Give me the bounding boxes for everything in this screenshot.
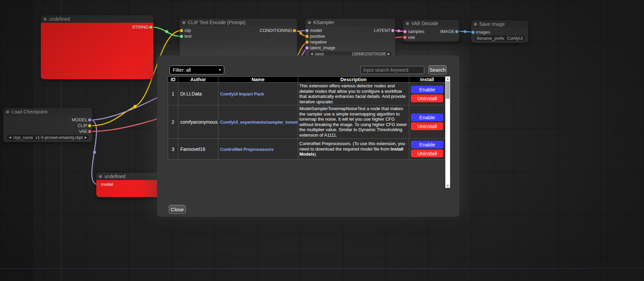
collapse-dot-icon[interactable] bbox=[99, 175, 102, 178]
collapse-dot-icon[interactable] bbox=[6, 110, 9, 113]
collapse-dot-icon[interactable] bbox=[44, 18, 47, 21]
slot-label: images bbox=[476, 30, 490, 35]
node-vae-decode[interactable]: VAE Decode samples IMAGE vae bbox=[403, 20, 459, 41]
node-title-bar[interactable]: Save Image bbox=[471, 20, 528, 28]
slot-label: STRING bbox=[132, 24, 149, 30]
node-title-bar[interactable]: CLIP Text Encode (Prompt) bbox=[180, 19, 297, 26]
link-center-dot[interactable] bbox=[93, 151, 96, 154]
decrement-arrow-icon[interactable]: ◀ bbox=[9, 136, 11, 139]
input-dot[interactable] bbox=[180, 29, 183, 32]
extension-name: ControlNet Preprocessors bbox=[218, 139, 298, 160]
extension-link[interactable]: ControlNet Preprocessors bbox=[220, 147, 274, 152]
header-description: Description bbox=[298, 77, 409, 83]
input-dot[interactable] bbox=[306, 35, 309, 38]
scrollbar-thumb[interactable] bbox=[446, 81, 450, 99]
uninstall-button[interactable]: Uninstall bbox=[411, 122, 443, 130]
node-title-bar[interactable]: KSampler bbox=[305, 19, 395, 26]
input-dot[interactable] bbox=[97, 183, 100, 186]
output-dot[interactable] bbox=[391, 29, 394, 32]
decrement-arrow-icon[interactable]: ◀ bbox=[311, 53, 313, 55]
collapse-dot-icon[interactable] bbox=[308, 21, 311, 24]
slot-label: latent_image bbox=[310, 45, 335, 50]
search-button[interactable]: Search bbox=[428, 65, 447, 74]
uninstall-button[interactable]: Uninstall bbox=[411, 150, 443, 157]
slot-label: LATENT bbox=[374, 28, 391, 33]
table-header-row: ID Author Name Description Install bbox=[168, 77, 445, 83]
extension-name: ComfyUI Impact Pack bbox=[218, 83, 298, 105]
slot-label: VAE bbox=[79, 129, 87, 134]
increment-arrow-icon[interactable]: ▶ bbox=[388, 53, 390, 55]
input-dot[interactable] bbox=[306, 46, 309, 49]
output-dot[interactable] bbox=[293, 29, 296, 32]
extension-table-zone: ID Author Name Description Install 1 Dr.… bbox=[168, 76, 450, 188]
link-center-dot[interactable] bbox=[134, 105, 137, 108]
node-title: VAE Decode bbox=[411, 21, 438, 26]
link-center-dot[interactable] bbox=[397, 30, 400, 32]
collapse-dot-icon[interactable] bbox=[474, 23, 477, 26]
slot-label: MODEL bbox=[72, 117, 87, 122]
output-dot[interactable] bbox=[88, 124, 91, 127]
enable-button[interactable]: Enable bbox=[411, 113, 443, 121]
header-author: Author bbox=[178, 77, 218, 83]
input-dot[interactable] bbox=[306, 40, 309, 43]
description-text: ) bbox=[315, 152, 316, 157]
slot-label: model bbox=[310, 28, 322, 33]
install-cell: Enable Uninstall bbox=[409, 105, 445, 139]
extension-link[interactable]: ComfyUI Impact Pack bbox=[220, 91, 264, 96]
slot-row: vae bbox=[403, 34, 459, 40]
input-dot[interactable] bbox=[403, 36, 407, 39]
output-dot[interactable] bbox=[88, 130, 91, 133]
link-center-dot[interactable] bbox=[165, 30, 168, 33]
slot-row: model LATENT bbox=[305, 28, 395, 33]
input-dot[interactable] bbox=[403, 30, 407, 33]
node-title-bar[interactable]: Load Checkpoint bbox=[3, 108, 92, 116]
collapse-dot-icon[interactable] bbox=[406, 22, 409, 25]
node-clip-text-encode[interactable]: CLIP Text Encode (Prompt) clip CONDITION… bbox=[180, 19, 297, 59]
filter-select[interactable]: Filter: all bbox=[169, 66, 224, 74]
graph-canvas[interactable]: undefined STRING CLIP Text Encode (Promp… bbox=[0, 0, 644, 281]
extension-author: comfyanonymous bbox=[178, 105, 218, 139]
node-title: CLIP Text Encode (Prompt) bbox=[188, 20, 246, 25]
search-input[interactable] bbox=[360, 66, 424, 74]
output-dot[interactable] bbox=[88, 118, 91, 121]
enable-button[interactable]: Enable bbox=[411, 141, 443, 148]
extension-table: ID Author Name Description Install 1 Dr.… bbox=[168, 76, 445, 160]
slot-label: model bbox=[101, 182, 113, 187]
close-button[interactable]: Close bbox=[169, 205, 186, 214]
collapse-dot-icon[interactable] bbox=[182, 21, 185, 24]
slot-row: latent_image bbox=[305, 45, 395, 51]
widget-label: filename_prefix bbox=[477, 36, 504, 41]
uninstall-button[interactable]: Uninstall bbox=[411, 94, 443, 102]
output-dot[interactable] bbox=[149, 25, 152, 29]
extension-link[interactable]: ComfyUI_experiments/sampler_tonemap bbox=[220, 120, 298, 125]
widget-label: ckpt_name bbox=[13, 135, 33, 140]
node-load-checkpoint[interactable]: Load Checkpoint MODEL CLIP VAE ◀ ckpt_na… bbox=[3, 108, 92, 142]
slot-row: negative bbox=[305, 39, 395, 45]
ckpt-name-widget[interactable]: ◀ ckpt_name v1-5-pruned-emaonly.ckpt ▶ bbox=[7, 135, 89, 140]
extension-row: 3 Fannovel16 ControlNet Preprocessors Co… bbox=[168, 139, 445, 160]
node-title-bar[interactable]: VAE Decode bbox=[403, 20, 459, 27]
table-scrollbar[interactable]: ▲ ▼ bbox=[445, 76, 450, 188]
filename-prefix-widget[interactable]: filename_prefix ComfyUI bbox=[475, 36, 525, 41]
enable-button[interactable]: Enable bbox=[411, 86, 443, 93]
output-dot[interactable] bbox=[455, 30, 458, 33]
node-undefined-top[interactable]: undefined STRING bbox=[41, 15, 153, 79]
input-dot[interactable] bbox=[472, 31, 475, 34]
slot-label: positive bbox=[310, 34, 325, 39]
scroll-down-icon[interactable]: ▼ bbox=[445, 183, 450, 188]
slot-row: CLIP bbox=[3, 123, 92, 128]
input-dot[interactable] bbox=[180, 35, 183, 38]
slot-label: CONDITIONING bbox=[260, 28, 292, 33]
slot-label: IMAGE bbox=[440, 29, 455, 34]
input-dot[interactable] bbox=[306, 29, 309, 32]
slot-row: VAE bbox=[3, 128, 92, 134]
link-center-dot[interactable] bbox=[464, 30, 466, 33]
increment-arrow-icon[interactable]: ▶ bbox=[85, 136, 87, 139]
link-center-dot[interactable] bbox=[299, 32, 302, 35]
slot-row: samples IMAGE bbox=[403, 29, 459, 34]
scroll-up-icon[interactable]: ▲ bbox=[445, 76, 450, 81]
node-save-image[interactable]: Save Image images filename_prefix ComfyU… bbox=[471, 20, 528, 43]
node-title: undefined bbox=[49, 16, 70, 22]
node-title-bar[interactable]: undefined bbox=[41, 15, 153, 23]
description-text: ModelSamplerTonemapNoiseTest a node that… bbox=[299, 106, 407, 138]
